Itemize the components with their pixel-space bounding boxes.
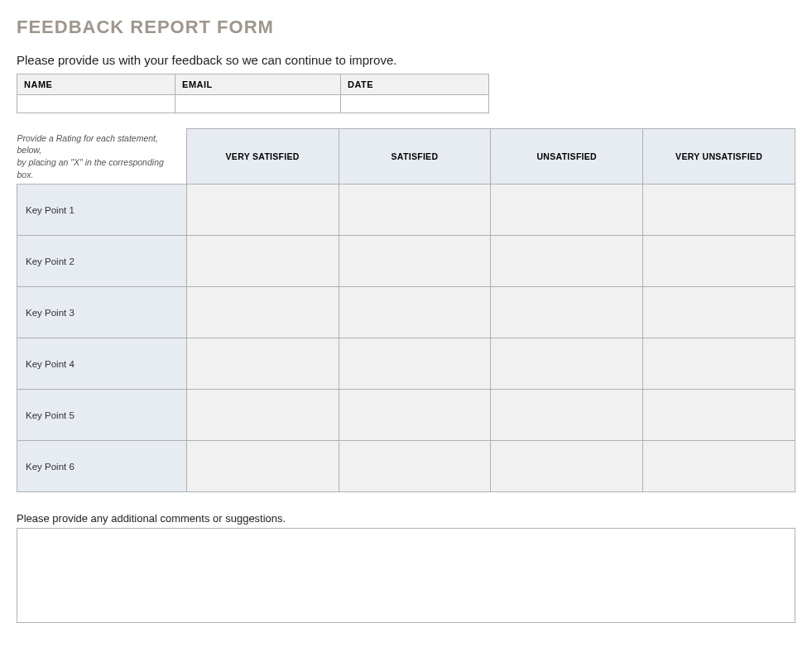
rating-table: Provide a Rating for each statement, bel…	[17, 128, 795, 492]
rating-cell-very-satisfied[interactable]	[186, 338, 339, 390]
rating-row: Key Point 4	[17, 338, 795, 390]
rating-cell-unsatisfied[interactable]	[491, 390, 643, 441]
rating-cell-unsatisfied[interactable]	[491, 287, 643, 338]
contact-header-date: DATE	[340, 74, 488, 95]
rating-row: Key Point 5	[17, 390, 795, 441]
rating-cell-very-satisfied[interactable]	[186, 185, 339, 236]
rating-instruction-line2: by placing an "X" in the corresponding b…	[17, 157, 164, 180]
form-title: FEEDBACK REPORT FORM	[17, 17, 795, 38]
rating-row: Key Point 6	[17, 441, 795, 492]
contact-header-email: EMAIL	[175, 74, 341, 95]
rating-cell-satisfied[interactable]	[339, 236, 491, 287]
rating-cell-unsatisfied[interactable]	[491, 441, 643, 492]
rating-cell-very-satisfied[interactable]	[186, 287, 339, 338]
rating-col-very-satisfied: VERY SATISFIED	[186, 129, 339, 185]
comments-label: Please provide any additional comments o…	[17, 512, 795, 525]
rating-cell-very-unsatisfied[interactable]	[643, 390, 795, 441]
rating-col-satisfied: SATISFIED	[339, 129, 491, 185]
rating-cell-satisfied[interactable]	[339, 441, 491, 492]
rating-row-label: Key Point 4	[17, 338, 187, 390]
intro-text: Please provide us with your feedback so …	[17, 53, 795, 67]
rating-instruction: Provide a Rating for each statement, bel…	[17, 129, 187, 185]
rating-col-very-unsatisfied: VERY UNSATISFIED	[643, 129, 795, 185]
rating-cell-satisfied[interactable]	[339, 390, 491, 441]
rating-cell-very-unsatisfied[interactable]	[643, 441, 795, 492]
rating-cell-very-unsatisfied[interactable]	[643, 287, 795, 338]
contact-email-input[interactable]	[175, 95, 341, 113]
rating-row-label: Key Point 6	[17, 441, 187, 492]
rating-row: Key Point 1	[17, 185, 795, 236]
rating-cell-unsatisfied[interactable]	[491, 338, 643, 390]
contact-date-input[interactable]	[340, 95, 488, 113]
rating-row-label: Key Point 2	[17, 236, 187, 287]
rating-row-label: Key Point 3	[17, 287, 187, 338]
contact-table: NAME EMAIL DATE	[17, 74, 489, 113]
comments-input[interactable]	[17, 528, 795, 623]
rating-cell-very-unsatisfied[interactable]	[643, 338, 795, 390]
rating-row: Key Point 3	[17, 287, 795, 338]
rating-cell-unsatisfied[interactable]	[491, 236, 643, 287]
rating-col-unsatisfied: UNSATISFIED	[491, 129, 643, 185]
contact-header-name: NAME	[17, 74, 175, 95]
rating-cell-satisfied[interactable]	[339, 338, 491, 390]
rating-cell-unsatisfied[interactable]	[491, 185, 643, 236]
rating-row-label: Key Point 5	[17, 390, 187, 441]
rating-cell-satisfied[interactable]	[339, 185, 491, 236]
rating-cell-very-satisfied[interactable]	[186, 441, 339, 492]
rating-row: Key Point 2	[17, 236, 795, 287]
rating-cell-very-unsatisfied[interactable]	[643, 236, 795, 287]
rating-instruction-line1: Provide a Rating for each statement, bel…	[17, 133, 158, 156]
rating-row-label: Key Point 1	[17, 185, 187, 236]
rating-cell-satisfied[interactable]	[339, 287, 491, 338]
contact-name-input[interactable]	[17, 95, 175, 113]
rating-cell-very-satisfied[interactable]	[186, 390, 339, 441]
rating-cell-very-unsatisfied[interactable]	[643, 185, 795, 236]
rating-cell-very-satisfied[interactable]	[186, 236, 339, 287]
